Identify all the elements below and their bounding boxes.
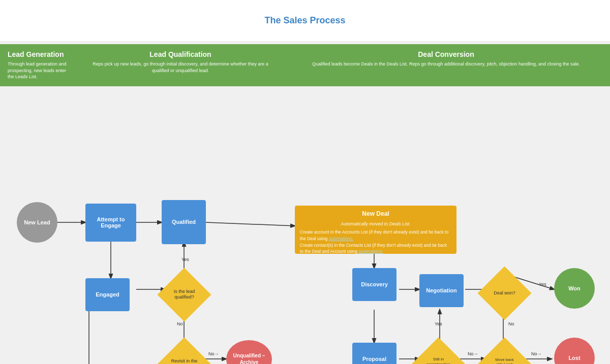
page-title: The Sales Process: [234, 10, 376, 31]
no-label-move-back: No: [508, 321, 514, 326]
phases-row: Lead Generation Through lead generation …: [0, 44, 610, 86]
yes-label-won: Yes: [539, 282, 546, 287]
deal-won-diamond: Deal won?: [485, 274, 524, 312]
lost-node: Lost: [554, 338, 595, 364]
phase-lead-qual: Lead Qualification Reps pick up new lead…: [79, 44, 282, 86]
new-lead-node: New Lead: [17, 202, 57, 243]
phase-lead-gen: Lead Generation Through lead generation …: [0, 44, 79, 86]
proposal-node: Proposal: [352, 343, 396, 364]
phase-deal-conv: Deal Conversion Qualified leads become D…: [282, 44, 610, 86]
move-back-diamond: Move backinto LeadQualification?: [485, 345, 524, 364]
qualified-node: Qualified: [162, 200, 206, 244]
engaged-node: Engaged: [85, 278, 130, 311]
still-consideration-diamond: Still inconsideration?: [419, 345, 458, 364]
yes-label-still: Yes: [435, 321, 442, 326]
revisit-future-diamond: Revisit in thefuture?: [165, 345, 203, 364]
svg-line-2: [206, 222, 295, 226]
flowchart: Yes No No→ Yes Yes No Yes No→ No→ Yes Ne…: [0, 91, 610, 364]
unqualified-archive-node: Unqualified – Archive: [226, 340, 272, 364]
yes-label-qualified: Yes: [181, 257, 189, 262]
negotiation-node: Negotiation: [419, 274, 464, 307]
new-deal-node: New Deal Automatically moved to Deals Li…: [295, 206, 456, 254]
no-label-lost: No→: [531, 351, 542, 356]
discovery-node: Discovery: [352, 268, 396, 301]
lead-qualified-diamond: Is the leadqualified?: [165, 276, 203, 314]
automations-link-1[interactable]: automations.: [329, 236, 354, 241]
won-node: Won: [554, 268, 595, 309]
no-label-still: No→: [468, 351, 478, 356]
attempt-engage-node: Attempt to Engage: [85, 204, 136, 242]
no-label-archive: No→: [208, 351, 219, 356]
no-label-revisit: No: [177, 321, 183, 326]
automations-link-2[interactable]: automations.: [358, 249, 383, 254]
